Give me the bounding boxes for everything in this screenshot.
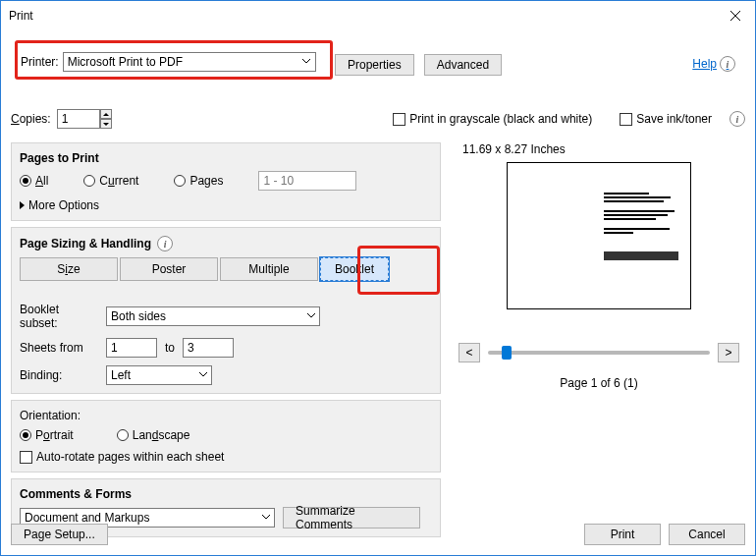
advanced-button[interactable]: Advanced (424, 54, 502, 76)
pages-to-print-panel: Pages to Print All Current Pages (11, 142, 441, 221)
binding-label: Binding: (20, 368, 98, 382)
landscape-radio[interactable] (117, 429, 129, 441)
comments-title: Comments & Forms (20, 487, 432, 501)
pages-current-label: Current (99, 174, 138, 188)
poster-button[interactable]: Poster (120, 257, 218, 281)
copies-input[interactable]: 1 (57, 109, 100, 129)
pages-all-radio[interactable] (20, 175, 31, 187)
triangle-down-icon (103, 123, 109, 126)
chevron-down-icon (306, 310, 316, 320)
pages-all-label: All (35, 174, 48, 188)
pages-range-input[interactable]: 1 - 10 (258, 171, 356, 191)
portrait-radio[interactable] (20, 429, 31, 441)
grayscale-label: Print in grayscale (black and white) (409, 112, 592, 126)
printer-select[interactable]: Microsoft Print to PDF (63, 52, 316, 72)
page-sizing-panel: Page Sizing & Handling i Size Poster Mul… (11, 227, 441, 394)
orientation-panel: Orientation: Portrait Landscape (11, 400, 441, 473)
orientation-title: Orientation: (20, 409, 432, 422)
pages-range-label: Pages (189, 174, 223, 188)
copies-label: Copies: (11, 112, 51, 126)
printer-label: Printer: (21, 55, 59, 69)
booklet-subset-select[interactable]: Both sides (106, 306, 320, 326)
save-ink-info-icon[interactable]: i (729, 111, 745, 127)
chevron-down-icon (301, 56, 311, 66)
save-ink-label: Save ink/toner (636, 112, 712, 126)
titlebar: Print (1, 1, 755, 30)
pages-range-radio[interactable] (174, 175, 186, 187)
page-sizing-title: Page Sizing & Handling (20, 237, 151, 250)
slider-thumb[interactable] (502, 346, 512, 360)
close-icon (730, 11, 740, 21)
grayscale-checkbox[interactable] (393, 113, 405, 126)
sheets-to-input[interactable]: 3 (183, 338, 234, 358)
triangle-right-icon (20, 201, 25, 209)
preview-text-block (604, 193, 678, 236)
more-options-toggle[interactable]: More Options (20, 198, 432, 212)
page-setup-button[interactable]: Page Setup... (11, 524, 108, 545)
chevron-down-icon (261, 512, 271, 522)
pages-current-radio[interactable] (83, 175, 95, 187)
print-dialog: Print Printer: Microsoft Print to PDF Pr… (0, 0, 756, 556)
help-link[interactable]: Help i (692, 56, 735, 72)
cancel-button[interactable]: Cancel (669, 524, 745, 545)
binding-select[interactable]: Left (106, 365, 212, 385)
multiple-button[interactable]: Multiple (220, 257, 318, 281)
sheets-from-input[interactable]: 1 (106, 338, 157, 358)
preview-dark-block (604, 251, 678, 260)
booklet-subset-label: Booklet subset: (20, 303, 98, 330)
sheets-to-label: to (165, 341, 175, 355)
chevron-down-icon (198, 369, 208, 379)
auto-rotate-label: Auto-rotate pages within each sheet (36, 450, 224, 464)
auto-rotate-checkbox[interactable] (20, 451, 32, 464)
copies-decrement[interactable] (100, 119, 112, 129)
size-button[interactable]: Size (20, 257, 118, 281)
preview-slider[interactable] (488, 351, 710, 355)
window-title: Print (9, 9, 33, 23)
preview-page (507, 162, 691, 309)
triangle-up-icon (103, 113, 109, 116)
page-indicator: Page 1 of 6 (1) (459, 376, 739, 390)
help-label: Help (692, 57, 717, 71)
close-button[interactable] (716, 1, 755, 30)
page-sizing-info-icon[interactable]: i (157, 236, 173, 251)
booklet-button[interactable]: Booklet (320, 257, 389, 281)
portrait-label: Portrait (35, 428, 74, 442)
landscape-label: Landscape (133, 428, 190, 442)
preview-prev-button[interactable]: < (459, 343, 480, 362)
preview-next-button[interactable]: > (718, 343, 739, 362)
print-button[interactable]: Print (584, 524, 661, 545)
copies-increment[interactable] (100, 109, 112, 119)
printer-value: Microsoft Print to PDF (68, 55, 183, 69)
pages-to-print-title: Pages to Print (20, 151, 432, 165)
preview-dimensions: 11.69 x 8.27 Inches (462, 142, 739, 156)
more-options-label: More Options (28, 198, 99, 212)
sheets-from-label: Sheets from (20, 341, 98, 355)
properties-button[interactable]: Properties (335, 54, 414, 76)
help-info-icon: i (720, 56, 735, 72)
save-ink-checkbox[interactable] (620, 113, 632, 126)
